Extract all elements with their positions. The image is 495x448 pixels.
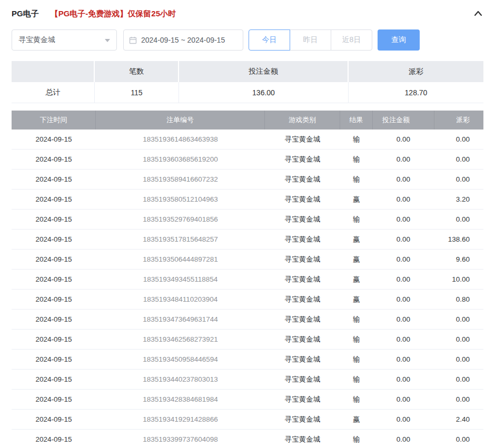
- cell-bet-time: 2024-09-15: [12, 430, 96, 448]
- cell-order-id: 1835193517815648257: [96, 230, 265, 249]
- table-row: 2024-09-151835193614863463938寻宝黄金城输0.000…: [12, 130, 483, 150]
- cell-order-id: 1835193473649631744: [96, 310, 265, 329]
- table-row: 2024-09-151835193517815648257寻宝黄金城赢0.001…: [12, 230, 483, 250]
- cell-result: 赢: [340, 230, 373, 249]
- cell-game-type: 寻宝黄金城: [265, 370, 340, 389]
- game-select[interactable]: 寻宝黄金城: [12, 29, 117, 51]
- col-order-id: 注单编号: [96, 111, 265, 130]
- cell-payout: 9.60: [434, 250, 483, 269]
- yesterday-button[interactable]: 昨日: [290, 29, 331, 51]
- cell-result: 赢: [340, 250, 373, 269]
- cell-payout: 138.60: [434, 230, 483, 249]
- records-panel: PG电子 【PG电子-免费游戏】仅保留25小时 寻宝黄金城 2024-09-15…: [0, 0, 495, 448]
- cell-payout: 0.00: [434, 210, 483, 229]
- summary-total-bet-amount: 136.00: [179, 82, 349, 103]
- cell-payout: 0.00: [434, 350, 483, 369]
- cell-game-type: 寻宝黄金城: [265, 170, 340, 189]
- table-row: 2024-09-151835193419291428866寻宝黄金城赢0.002…: [12, 410, 483, 430]
- cell-bet-time: 2024-09-15: [12, 390, 96, 409]
- date-range-value: 2024-09-15 ~ 2024-09-15: [141, 36, 225, 44]
- table-row: 2024-09-151835193440237803013寻宝黄金城输0.000…: [12, 370, 483, 390]
- cell-result: 输: [340, 330, 373, 349]
- summary-header-row: 笔数 投注金额 派彩: [12, 61, 483, 82]
- date-range-input[interactable]: 2024-09-15 ~ 2024-09-15: [123, 29, 243, 51]
- cell-result: 赢: [340, 290, 373, 309]
- cell-result: 输: [340, 310, 373, 329]
- summary-header-empty: [12, 61, 95, 82]
- cell-game-type: 寻宝黄金城: [265, 310, 340, 329]
- cell-payout: 0.00: [434, 330, 483, 349]
- table-row: 2024-09-151835193580512104963寻宝黄金城赢0.003…: [12, 190, 483, 210]
- table-row: 2024-09-151835193603685619200寻宝黄金城输0.000…: [12, 150, 483, 170]
- cell-payout: 0.00: [434, 390, 483, 409]
- cell-game-type: 寻宝黄金城: [265, 150, 340, 169]
- today-button[interactable]: 今日: [249, 29, 290, 51]
- cell-bet-amount: 0.00: [373, 370, 434, 389]
- cell-order-id: 1835193603685619200: [96, 150, 265, 169]
- cell-game-type: 寻宝黄金城: [265, 330, 340, 349]
- cell-order-id: 1835193506444897281: [96, 250, 265, 269]
- table-row: 2024-09-151835193506444897281寻宝黄金城赢0.009…: [12, 250, 483, 270]
- cell-bet-amount: 0.00: [373, 230, 434, 249]
- summary-total-payout: 128.70: [349, 82, 483, 103]
- cell-bet-time: 2024-09-15: [12, 290, 96, 309]
- cell-game-type: 寻宝黄金城: [265, 250, 340, 269]
- table-row: 2024-09-151835193399737604098寻宝黄金城输0.000…: [12, 430, 483, 448]
- cell-payout: 0.00: [434, 150, 483, 169]
- cell-order-id: 1835193580512104963: [96, 190, 265, 209]
- calendar-icon: [129, 36, 137, 44]
- cell-bet-amount: 0.00: [373, 150, 434, 169]
- chevron-up-icon[interactable]: [473, 8, 483, 19]
- cell-order-id: 1835193493455118854: [96, 270, 265, 289]
- cell-bet-time: 2024-09-15: [12, 130, 96, 149]
- bets-table: 下注时间 注单编号 游戏类别 结果 投注金额 派彩 2024-09-151835…: [12, 111, 483, 448]
- cell-result: 赢: [340, 410, 373, 429]
- cell-result: 输: [340, 150, 373, 169]
- cell-payout: 0.00: [434, 130, 483, 149]
- table-row: 2024-09-151835193484110203904寻宝黄金城赢0.000…: [12, 290, 483, 310]
- cell-payout: 0.00: [434, 310, 483, 329]
- cell-game-type: 寻宝黄金城: [265, 390, 340, 409]
- table-row: 2024-09-151835193428384681984寻宝黄金城输0.000…: [12, 390, 483, 410]
- col-bet-time: 下注时间: [12, 111, 96, 130]
- cell-result: 输: [340, 210, 373, 229]
- cell-bet-amount: 0.00: [373, 390, 434, 409]
- cell-game-type: 寻宝黄金城: [265, 270, 340, 289]
- cell-game-type: 寻宝黄金城: [265, 230, 340, 249]
- table-row: 2024-09-151835193473649631744寻宝黄金城输0.000…: [12, 310, 483, 330]
- bets-table-header: 下注时间 注单编号 游戏类别 结果 投注金额 派彩: [12, 111, 483, 130]
- cell-game-type: 寻宝黄金城: [265, 350, 340, 369]
- table-row: 2024-09-151835193450958446594寻宝黄金城输0.000…: [12, 350, 483, 370]
- cell-result: 输: [340, 130, 373, 149]
- summary-total-count: 115: [95, 82, 179, 103]
- cell-bet-time: 2024-09-15: [12, 250, 96, 269]
- cell-payout: 0.00: [434, 430, 483, 448]
- cell-order-id: 1835193484110203904: [96, 290, 265, 309]
- cell-bet-time: 2024-09-15: [12, 310, 96, 329]
- cell-payout: 0.00: [434, 170, 483, 189]
- search-button[interactable]: 查询: [378, 29, 420, 51]
- quick-date-group: 今日 昨日 近8日: [249, 29, 372, 51]
- cell-order-id: 1835193614863463938: [96, 130, 265, 149]
- summary-total-label: 总计: [12, 82, 95, 103]
- cell-bet-time: 2024-09-15: [12, 330, 96, 349]
- cell-game-type: 寻宝黄金城: [265, 130, 340, 149]
- cell-result: 输: [340, 430, 373, 448]
- cell-bet-time: 2024-09-15: [12, 210, 96, 229]
- cell-order-id: 1835193440237803013: [96, 370, 265, 389]
- cell-payout: 0.00: [434, 370, 483, 389]
- filter-bar: 寻宝黄金城 2024-09-15 ~ 2024-09-15 今日 昨日 近8日 …: [12, 29, 483, 51]
- last8days-button[interactable]: 近8日: [331, 29, 372, 51]
- summary-header-count: 笔数: [95, 61, 179, 82]
- cell-bet-time: 2024-09-15: [12, 170, 96, 189]
- table-row: 2024-09-151835193529769401856寻宝黄金城输0.000…: [12, 210, 483, 230]
- cell-order-id: 1835193419291428866: [96, 410, 265, 429]
- cell-result: 输: [340, 350, 373, 369]
- cell-payout: 3.20: [434, 190, 483, 209]
- cell-game-type: 寻宝黄金城: [265, 410, 340, 429]
- cell-bet-time: 2024-09-15: [12, 270, 96, 289]
- game-select-value: 寻宝黄金城: [18, 35, 55, 45]
- cell-order-id: 1835193462568273921: [96, 330, 265, 349]
- col-payout: 派彩: [434, 111, 483, 130]
- cell-bet-amount: 0.00: [373, 270, 434, 289]
